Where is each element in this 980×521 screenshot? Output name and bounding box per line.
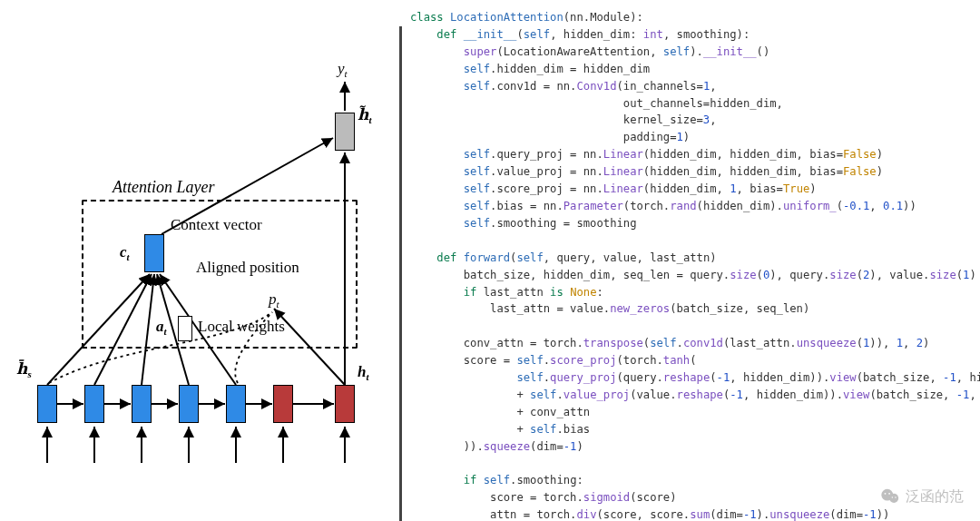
h-t-sub: t	[366, 371, 368, 382]
svg-point-26	[892, 496, 893, 497]
code-line: + conv_attn	[399, 404, 980, 421]
code-line: self.query_proj(query.reshape(-1, hidden…	[399, 369, 980, 387]
decoder-block-1	[273, 385, 293, 423]
code-gutter	[399, 146, 402, 163]
code-line: out_channels=hidden_dim,	[399, 95, 980, 113]
code-text: out_channels=hidden_dim,	[410, 95, 783, 113]
code-panel: class LocationAttention(nn.Module): def …	[390, 0, 980, 521]
code-gutter	[399, 78, 402, 95]
encoder-block-1	[37, 385, 57, 423]
code-gutter	[399, 95, 402, 113]
code-text: last_attn = value.new_zeros(batch_size, …	[410, 300, 809, 318]
code-line: self.conv1d = nn.Conv1d(in_channels=1,	[399, 78, 980, 95]
h-t-label: ht	[358, 363, 369, 382]
a-t-block	[178, 316, 192, 341]
code-text: score = self.score_proj(torch.tanh(	[410, 352, 697, 369]
code-text: self.query_proj(query.reshape(-1, hidden…	[410, 369, 980, 387]
code-gutter	[399, 267, 402, 284]
code-text: self.smoothing = smoothing	[410, 215, 637, 232]
aligned-position-label: Aligned position	[196, 259, 299, 277]
context-vector-block	[144, 234, 164, 272]
c-t-sym: c	[120, 243, 127, 260]
code-text: def __init__(self, hidden_dim: int, smoo…	[410, 26, 750, 44]
code-gutter	[399, 44, 402, 61]
code-text: class LocationAttention(nn.Module):	[410, 9, 643, 26]
svg-point-24	[885, 493, 887, 495]
code-text: self.query_proj = nn.Linear(hidden_dim, …	[410, 146, 883, 163]
code-gutter	[399, 300, 402, 318]
a-t-sym: a	[156, 318, 164, 335]
code-line: kernel_size=3,	[399, 112, 980, 129]
code-gutter	[399, 26, 402, 44]
code-text: padding=1)	[410, 129, 690, 146]
code-gutter	[399, 112, 402, 129]
code-text: if self.smoothing:	[410, 472, 583, 489]
code-line: self.value_proj = nn.Linear(hidden_dim, …	[399, 163, 980, 181]
h-tilde-sym: h̃	[358, 106, 368, 123]
code-text: + self.value_proj(value.reshape(-1, hidd…	[410, 387, 980, 404]
code-text: + self.bias	[410, 421, 590, 438]
code-line: class LocationAttention(nn.Module):	[399, 9, 980, 26]
code-gutter	[399, 198, 402, 215]
y-t-sym: y	[338, 60, 345, 77]
code-line	[399, 318, 980, 335]
code-text: def forward(self, query, value, last_att…	[410, 250, 717, 267]
code-line: + self.value_proj(value.reshape(-1, hidd…	[399, 387, 980, 404]
code-gutter	[399, 404, 402, 421]
code-gutter	[399, 506, 402, 521]
code-text: )).squeeze(dim=-1)	[410, 438, 583, 456]
code-line: self.score_proj = nn.Linear(hidden_dim, …	[399, 181, 980, 198]
local-weights-label: Local weights	[198, 318, 285, 336]
code-text: score = torch.sigmoid(score)	[410, 489, 677, 506]
c-t-label: ct	[120, 243, 130, 262]
svg-point-27	[895, 496, 896, 497]
code-gutter	[399, 318, 402, 335]
h-bar-s-sym: h̄	[16, 360, 27, 378]
code-text: super(LocationAwareAttention, self).__in…	[410, 44, 769, 61]
code-text	[410, 318, 416, 335]
h-tilde-label: h̃t	[358, 105, 371, 125]
code-text: kernel_size=3,	[410, 112, 717, 129]
wechat-icon	[880, 487, 900, 506]
code-gutter	[399, 250, 402, 267]
code-gutter	[399, 181, 402, 198]
encoder-block-5	[226, 385, 246, 423]
svg-point-25	[888, 493, 890, 495]
code-text	[410, 456, 416, 473]
encoder-block-3	[132, 385, 152, 423]
code-gutter	[399, 456, 402, 473]
code-text: self.conv1d = nn.Conv1d(in_channels=1,	[410, 78, 717, 95]
y-t-sub: t	[345, 68, 348, 79]
code-gutter	[399, 163, 402, 181]
watermark-text: 泛函的范	[906, 487, 964, 506]
p-t-label: pt	[269, 290, 279, 310]
code-text: self.bias = nn.Parameter(torch.rand(hidd…	[410, 198, 916, 215]
code-line: last_attn = value.new_zeros(batch_size, …	[399, 300, 980, 318]
code-line: def __init__(self, hidden_dim: int, smoo…	[399, 26, 980, 44]
code-gutter	[399, 489, 402, 506]
code-gutter	[399, 129, 402, 146]
encoder-block-4	[179, 385, 199, 423]
code-line	[399, 456, 980, 473]
code-line: score = self.score_proj(torch.tanh(	[399, 352, 980, 369]
code-gutter	[399, 421, 402, 438]
h-tilde-sub: t	[368, 114, 371, 125]
c-t-sub: t	[127, 251, 130, 262]
svg-point-23	[889, 494, 898, 503]
context-vector-label: Context vector	[171, 216, 262, 234]
code-line: )).squeeze(dim=-1)	[399, 438, 980, 456]
decoder-block-2	[335, 385, 355, 423]
code-gutter	[399, 335, 402, 352]
code-line: self.query_proj = nn.Linear(hidden_dim, …	[399, 146, 980, 163]
code-text: + conv_attn	[410, 404, 590, 421]
code-line: batch_size, hidden_dim, seq_len = query.…	[399, 267, 980, 284]
code-gutter	[399, 61, 402, 78]
code-text: self.hidden_dim = hidden_dim	[410, 61, 650, 78]
code-gutter	[399, 472, 402, 489]
a-t-sub: t	[164, 326, 167, 337]
code-gutter	[399, 215, 402, 232]
code-line: self.smoothing = smoothing	[399, 215, 980, 232]
h-tilde-block	[335, 113, 355, 151]
code-gutter	[399, 352, 402, 369]
code-text: conv_attn = torch.transpose(self.conv1d(…	[410, 335, 929, 352]
